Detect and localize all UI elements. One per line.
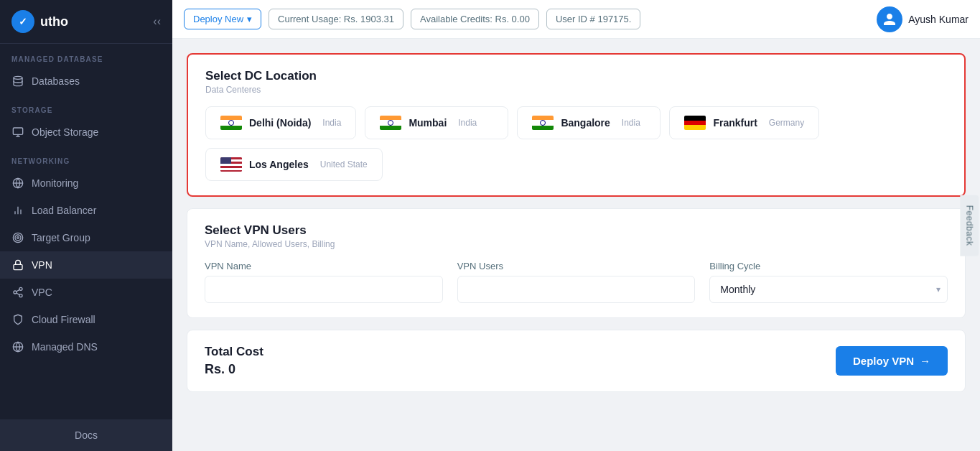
total-cost-card: Total Cost Rs. 0 Deploy VPN → xyxy=(187,330,966,392)
svg-point-10 xyxy=(19,294,22,297)
vpn-users-group: VPN Users 0 xyxy=(457,261,696,303)
sidebar-section-database: MANAGED DATABASE Databases xyxy=(0,44,172,95)
location-delhi[interactable]: Delhi (Noida) India xyxy=(205,106,356,139)
deploy-new-label: Deploy New xyxy=(193,14,243,24)
billing-cycle-wrapper: Monthly Yearly Hourly ▾ xyxy=(709,276,948,303)
logo-text: utho xyxy=(40,14,68,29)
sidebar-vpc-label: VPC xyxy=(32,287,52,298)
sidebar-collapse-icon[interactable]: ‹‹ xyxy=(153,15,161,28)
logo-area: ✓ utho xyxy=(11,10,68,33)
deploy-vpn-button[interactable]: Deploy VPN → xyxy=(836,346,948,376)
vpn-name-group: VPN Name xyxy=(205,261,443,303)
svg-point-9 xyxy=(14,291,17,294)
svg-line-12 xyxy=(17,289,20,292)
logo-icon: ✓ xyxy=(11,10,34,33)
sidebar-vpn-label: VPN xyxy=(32,259,52,271)
location-grid: Delhi (Noida) India Mumbai India xyxy=(205,106,947,181)
section-label-storage: STORAGE xyxy=(0,95,172,118)
vpn-title: Select VPN Users xyxy=(205,223,948,238)
deploy-new-chevron: ▾ xyxy=(247,14,252,24)
mumbai-country: India xyxy=(458,118,477,128)
total-cost-value: Rs. 0 xyxy=(205,362,263,377)
svg-point-5 xyxy=(15,235,21,241)
dns-icon xyxy=(11,340,24,353)
sidebar-item-target-group[interactable]: Target Group xyxy=(0,224,172,251)
dc-location-subtitle: Data Centeres xyxy=(205,85,947,95)
delhi-name: Delhi (Noida) xyxy=(249,117,311,129)
user-name: Ayush Kumar xyxy=(908,14,969,25)
svg-rect-7 xyxy=(14,264,22,269)
deploy-new-button[interactable]: Deploy New ▾ xyxy=(184,9,261,29)
sidebar-item-managed-dns[interactable]: Managed DNS xyxy=(0,333,172,361)
sidebar-item-cloud-firewall[interactable]: Cloud Firewall xyxy=(0,306,172,333)
vpn-users-label: VPN Users xyxy=(457,261,696,271)
sidebar-managed-dns-label: Managed DNS xyxy=(32,341,98,353)
total-cost-label: Total Cost xyxy=(205,345,263,359)
sidebar-monitoring-label: Monitoring xyxy=(32,177,78,189)
billing-cycle-select[interactable]: Monthly Yearly Hourly xyxy=(709,276,948,303)
vpn-users-card: Select VPN Users VPN Name, Allowed Users… xyxy=(187,208,966,318)
sidebar-object-storage-label: Object Storage xyxy=(32,126,98,138)
india-flag-bangalore xyxy=(532,116,554,130)
svg-rect-1 xyxy=(13,128,22,134)
section-label-database: MANAGED DATABASE xyxy=(0,44,172,68)
db-icon xyxy=(11,75,24,88)
target-group-icon xyxy=(11,231,24,244)
billing-cycle-group: Billing Cycle Monthly Yearly Hourly ▾ xyxy=(709,261,948,303)
la-name: Los Angeles xyxy=(249,159,309,170)
location-bangalore[interactable]: Bangalore India xyxy=(517,106,661,139)
user-id: User ID # 197175. xyxy=(546,9,641,29)
deploy-vpn-label: Deploy VPN xyxy=(853,355,914,367)
user-area[interactable]: Ayush Kumar xyxy=(877,6,969,32)
sidebar-target-group-label: Target Group xyxy=(32,232,90,243)
sidebar-item-vpc[interactable]: VPC xyxy=(0,279,172,306)
sidebar-section-storage: STORAGE Object Storage xyxy=(0,95,172,146)
sidebar-cloud-firewall-label: Cloud Firewall xyxy=(32,314,95,325)
bangalore-name: Bangalore xyxy=(561,117,610,129)
sidebar-item-object-storage[interactable]: Object Storage xyxy=(0,118,172,146)
germany-flag xyxy=(684,116,706,130)
location-mumbai[interactable]: Mumbai India xyxy=(365,106,508,139)
svg-point-6 xyxy=(17,237,19,239)
sidebar-databases-label: Databases xyxy=(32,75,80,87)
location-frankfurt[interactable]: Frankfurt Germany xyxy=(669,106,819,139)
monitoring-icon xyxy=(11,177,24,190)
deploy-vpn-arrow-icon: → xyxy=(920,355,930,367)
firewall-icon xyxy=(11,313,24,326)
frankfurt-name: Frankfurt xyxy=(713,117,757,129)
vpn-form: VPN Name VPN Users 0 Billing Cycle Month… xyxy=(205,261,948,303)
bangalore-country: India xyxy=(622,118,640,128)
topbar: Deploy New ▾ Current Usage: Rs. 1903.31 … xyxy=(172,0,980,39)
svg-point-0 xyxy=(14,76,22,79)
storage-icon xyxy=(11,126,24,139)
docs-button[interactable]: Docs xyxy=(0,419,172,451)
total-cost-info: Total Cost Rs. 0 xyxy=(205,345,263,377)
vpn-name-input[interactable] xyxy=(205,276,443,303)
feedback-tab[interactable]: Feedback xyxy=(961,195,979,256)
la-country: United State xyxy=(320,159,368,169)
dc-location-card: Select DC Location Data Centeres Delhi (… xyxy=(187,53,966,197)
current-usage: Current Usage: Rs. 1903.31 xyxy=(269,9,403,29)
vpc-icon xyxy=(11,286,24,299)
billing-cycle-label: Billing Cycle xyxy=(709,261,948,271)
frankfurt-country: Germany xyxy=(769,118,804,128)
svg-point-8 xyxy=(19,287,22,290)
total-cost-row: Total Cost Rs. 0 Deploy VPN → xyxy=(205,345,948,377)
us-flag xyxy=(220,157,242,172)
load-balancer-icon xyxy=(11,204,24,217)
india-flag-mumbai xyxy=(380,116,401,130)
sidebar-item-monitoring[interactable]: Monitoring xyxy=(0,169,172,197)
sidebar-item-vpn[interactable]: VPN xyxy=(0,251,172,279)
vpn-users-input[interactable]: 0 xyxy=(457,276,696,303)
sidebar-item-databases[interactable]: Databases xyxy=(0,68,172,95)
sidebar: ✓ utho ‹‹ MANAGED DATABASE Databases STO… xyxy=(0,0,172,451)
sidebar-item-load-balancer[interactable]: Load Balancer xyxy=(0,197,172,224)
sidebar-section-networking: NETWORKING Monitoring Load Balancer Targ… xyxy=(0,146,172,361)
location-los-angeles[interactable]: Los Angeles United State xyxy=(205,148,383,181)
sidebar-load-balancer-label: Load Balancer xyxy=(32,205,96,216)
section-label-networking: NETWORKING xyxy=(0,146,172,169)
vpn-subtitle: VPN Name, Allowed Users, Billing xyxy=(205,239,948,249)
page-content: Select DC Location Data Centeres Delhi (… xyxy=(172,39,980,451)
svg-line-11 xyxy=(17,293,20,295)
sidebar-header: ✓ utho ‹‹ xyxy=(0,0,172,44)
